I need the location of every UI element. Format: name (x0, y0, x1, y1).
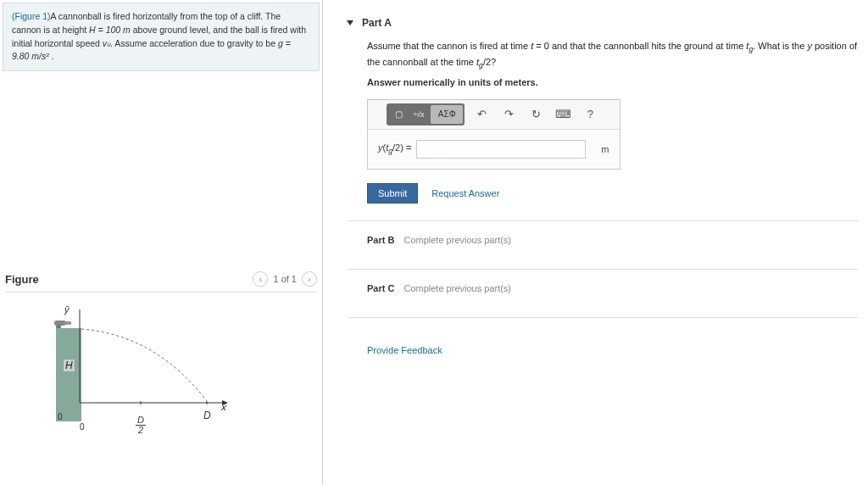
x-hat-label: x̂ (220, 402, 226, 413)
keyboard-button[interactable]: ⌨ (553, 105, 573, 124)
part-c-msg: Complete previous part(s) (403, 283, 511, 293)
part-divider (347, 269, 858, 270)
part-b-msg: Complete previous part(s) (403, 235, 511, 245)
problem-statement: (Figure 1)A cannonball is fired horizont… (3, 3, 320, 71)
part-divider (347, 317, 858, 318)
figure-canvas: ŷ H 0 0 D2 D (5, 293, 317, 437)
vertical-divider (322, 0, 323, 485)
part-b-row: Part B Complete previous part(s) (367, 230, 858, 252)
problem-text-3: . Assume acceleration due to gravity to … (110, 38, 278, 48)
redo-button[interactable]: ↷ (498, 105, 519, 124)
submit-button[interactable]: Submit (367, 183, 418, 203)
svg-rect-2 (65, 321, 71, 325)
figure-title: Figure (5, 273, 39, 286)
H-label: H (63, 359, 75, 372)
part-divider (347, 220, 858, 221)
request-answer-link[interactable]: Request Answer (431, 188, 499, 198)
figure-prev-button[interactable]: ‹ (253, 271, 268, 287)
figure-link[interactable]: (Figure 1) (12, 11, 51, 21)
provide-feedback-link[interactable]: Provide Feedback (367, 345, 442, 355)
answer-instruction: Answer numerically in units of meters. (367, 77, 858, 87)
D-label: D (203, 410, 211, 421)
part-c-title: Part C (367, 283, 394, 293)
y-hat-label: ŷ (64, 304, 70, 315)
part-a-prompt: Assume that the cannon is fired at time … (367, 39, 858, 72)
answer-lhs: y(tg/2) = (378, 142, 416, 155)
trajectory-curve (80, 326, 224, 403)
part-a-title: Part A (362, 17, 392, 29)
part-c-row: Part C Complete previous part(s) (367, 278, 858, 300)
problem-text-4: . (49, 51, 54, 61)
figure-panel: Figure ‹ 1 of 1 › ŷ (0, 266, 322, 437)
cliff-rect (56, 328, 81, 421)
part-b-title: Part B (367, 235, 394, 245)
templates-button[interactable]: ▢ (388, 105, 409, 124)
svg-rect-0 (54, 321, 66, 326)
answer-box: ▢ ⁿ√x ΑΣΦ ↶ ↷ ↻ ⌨ ? y(tg/2) = m (367, 99, 620, 170)
answer-units: m (586, 144, 609, 154)
zero-x-label: 0 (80, 422, 85, 432)
figure-next-button[interactable]: › (302, 271, 317, 287)
zero-y-label: 0 (58, 412, 63, 421)
greek-button[interactable]: ΑΣΦ (431, 105, 463, 124)
undo-button[interactable]: ↶ (471, 105, 492, 124)
figure-counter: 1 of 1 (273, 274, 297, 284)
collapse-caret-icon[interactable] (347, 20, 353, 25)
v0: v₀ (103, 38, 110, 48)
sqrt-button[interactable]: ⁿ√x (409, 105, 429, 124)
help-button[interactable]: ? (580, 105, 600, 124)
H-expression: H = 100 m (89, 25, 131, 35)
equation-toolbar: ▢ ⁿ√x ΑΣΦ ↶ ↷ ↻ ⌨ ? (368, 100, 620, 130)
answer-input[interactable] (416, 140, 586, 159)
reset-button[interactable]: ↻ (526, 105, 546, 124)
D-over-2-label: D2 (136, 415, 146, 435)
